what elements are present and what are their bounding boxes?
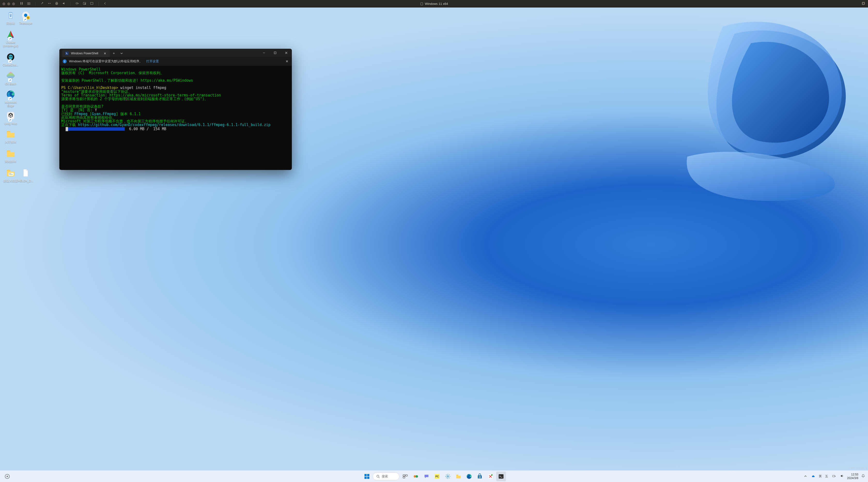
svg-rect-32 — [367, 474, 369, 476]
svg-point-40 — [415, 475, 418, 478]
svg-rect-6 — [56, 2, 57, 3]
vm-title: Windows 11 x64 — [425, 2, 448, 6]
t-line: 源要求将当前计算机的 2 个字母的地理区域发送到后端服务才能正常工作，(例如"U… — [61, 97, 208, 101]
taskbar-search[interactable]: 搜索 — [373, 473, 399, 480]
info-close-button[interactable]: ✕ — [285, 59, 288, 63]
tray-clock[interactable]: 12:53 2024/3/8 — [847, 473, 858, 480]
bloom-wallpaper — [643, 15, 868, 204]
icon-label: Git Bash — [1, 82, 20, 86]
taskbar-explorer[interactable] — [454, 472, 463, 481]
taskbar-widgets[interactable] — [411, 472, 421, 481]
desktop-icon-edge[interactable]: ↗ Microsoft Edge — [1, 88, 20, 108]
svg-rect-7 — [76, 3, 78, 4]
ime-lang1[interactable]: 英 — [818, 474, 823, 478]
wrench-icon[interactable] — [40, 2, 44, 6]
terminal-window[interactable]: Windows PowerShell ✕ ＋ i Windows 终端可在设置中… — [59, 49, 292, 170]
svg-text:PC: PC — [435, 475, 439, 478]
fullscreen-icon[interactable] — [90, 2, 93, 6]
pip-icon[interactable] — [83, 2, 86, 6]
svg-point-19 — [9, 56, 10, 57]
taskbar-store[interactable] — [475, 472, 485, 481]
svg-rect-37 — [405, 475, 407, 476]
clock-date: 2024/3/8 — [847, 476, 858, 480]
progress-text: 6.00 MB / 154 MB — [125, 127, 166, 131]
desktop-icon-folder2[interactable]: 网站脚本 — [1, 148, 20, 163]
terminal-tab[interactable]: Windows PowerShell ✕ — [62, 50, 110, 57]
tray-onedrive-icon[interactable] — [810, 474, 816, 479]
host-toolbar: Windows 11 x64 — [0, 0, 868, 7]
desktop-icon-folder1[interactable]: 大厅脚本 — [1, 128, 20, 144]
powershell-icon — [65, 52, 68, 55]
tray-notifications-button[interactable] — [860, 474, 867, 479]
search-icon — [376, 475, 380, 478]
watermark-text: CSDN 学生读书号 — [848, 467, 867, 470]
mac-zoom-button[interactable] — [12, 2, 15, 5]
window-maximize-button[interactable] — [270, 49, 281, 57]
tray-network-icon[interactable] — [831, 474, 837, 479]
terminal-body[interactable]: Windows PowerShell 版权所有 (C) Microsoft Co… — [59, 66, 292, 170]
snapshot-icon[interactable] — [27, 2, 31, 6]
info-icon: i — [63, 59, 67, 63]
desktop-icon-telescope[interactable]: N↗ Telescope — [17, 9, 35, 25]
tray-expand-button[interactable] — [803, 475, 808, 478]
svg-rect-10 — [91, 2, 93, 5]
t-line: 正在下载 — [61, 123, 78, 127]
host-tool-buttons — [20, 2, 107, 6]
tray-volume-icon[interactable] — [839, 474, 845, 479]
svg-rect-52 — [833, 475, 835, 477]
svg-rect-11 — [421, 2, 423, 5]
svg-point-43 — [447, 476, 448, 477]
mac-close-button[interactable] — [2, 2, 5, 5]
icon-label: Telescope — [17, 22, 35, 25]
ime-lang2[interactable]: 五 — [824, 474, 829, 478]
taskbar-chat[interactable] — [422, 472, 431, 481]
window-close-button[interactable] — [281, 49, 292, 57]
icon-label: Microsoft Edge — [1, 101, 20, 108]
multi-window-icon[interactable] — [862, 2, 865, 6]
svg-point-30 — [6, 476, 8, 477]
svg-rect-33 — [365, 477, 367, 479]
window-minimize-button[interactable] — [258, 49, 270, 57]
desktop-icon-file1[interactable]: HEU24_D... — [17, 167, 35, 182]
svg-rect-26 — [9, 174, 13, 175]
taskbar-edge[interactable] — [464, 472, 474, 481]
t-line: 安装最新的 PowerShell，了解新功能和改进! https://aka.m… — [61, 78, 193, 83]
resize-icon[interactable] — [48, 2, 51, 6]
start-button[interactable] — [362, 472, 372, 481]
camera-icon[interactable] — [75, 2, 79, 6]
taskbar-pycharm[interactable]: PC — [432, 472, 442, 481]
svg-rect-47 — [479, 477, 479, 478]
desktop-icon-cmake[interactable]: ↗ CMake (cmake-gui) — [1, 29, 20, 48]
tab-close-button[interactable]: ✕ — [103, 52, 107, 55]
svg-rect-31 — [365, 474, 367, 476]
search-placeholder: 搜索 — [382, 474, 388, 479]
t-line: ] 版本 6.1.1 — [116, 112, 141, 116]
desktop-icon-gitbash[interactable]: ↗ Git Bash — [1, 70, 20, 86]
windows-desktop[interactable]: 回收站 N↗ Telescope ↗ CMake (cmake-gui) ↗ C… — [0, 7, 868, 482]
svg-rect-34 — [367, 477, 369, 479]
desktop-icon-unity[interactable]: ↗ Unity Hub — [1, 110, 20, 125]
desktop-icon-cocos[interactable]: ↗ CocosDas... — [1, 51, 20, 67]
t-url: https://github.com/GyanD/codexffmpeg/rel… — [78, 123, 271, 127]
taskbar-app1[interactable] — [486, 472, 495, 481]
icon-label: 网站脚本 — [1, 160, 20, 163]
svg-point-50 — [491, 474, 493, 476]
tab-dropdown-button[interactable] — [118, 50, 125, 57]
icon-label: Unity Hub — [1, 122, 20, 125]
taskbar-settings[interactable] — [443, 472, 453, 481]
mac-minimize-button[interactable] — [7, 2, 10, 5]
open-settings-link[interactable]: 打开设置 — [146, 59, 159, 63]
svg-rect-51 — [499, 474, 503, 479]
info-text: Windows 终端可在设置中设置为默认终端应用程序。 — [69, 59, 143, 63]
svg-point-20 — [11, 56, 12, 57]
taskbar-task-view[interactable] — [400, 472, 410, 481]
pause-icon[interactable] — [20, 2, 23, 6]
printer-icon[interactable] — [55, 2, 58, 6]
back-icon[interactable] — [103, 2, 107, 6]
svg-rect-2 — [28, 3, 30, 5]
taskbar-copilot-icon[interactable] — [2, 472, 12, 481]
svg-rect-46 — [480, 476, 481, 477]
new-tab-button[interactable]: ＋ — [110, 50, 118, 57]
sound-icon[interactable] — [62, 2, 66, 6]
taskbar-terminal[interactable] — [496, 472, 506, 481]
